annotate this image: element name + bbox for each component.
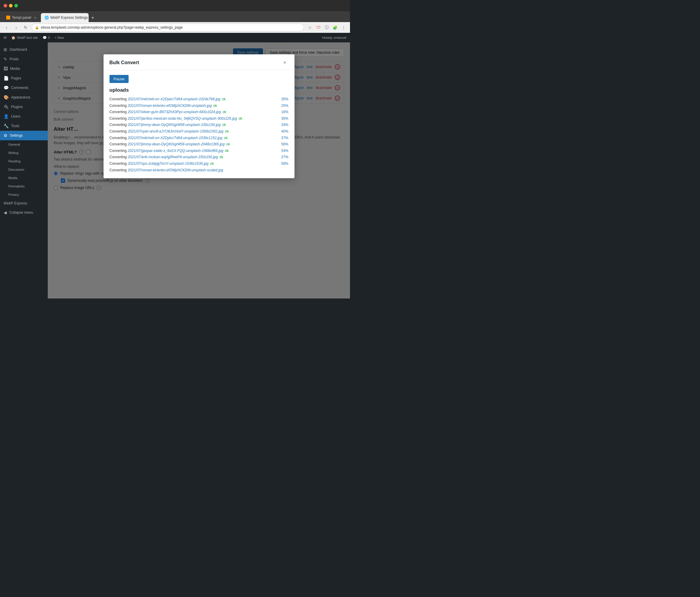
sidebar-sub-label: Media [8,176,17,180]
comment-icon: 💬 [43,36,47,40]
site-name-label: WebP test site [17,36,38,40]
modal-close-button[interactable]: × [281,59,289,66]
sidebar-item-users[interactable]: 👤 Users [0,112,48,121]
convert-row-percent: 35% [278,96,289,103]
sidebar-sub-privacy[interactable]: Privacy [0,190,48,199]
tab-favicon-2: 🌐 [45,16,49,20]
sidebar-item-plugins[interactable]: 🔌 Plugins [0,102,48,112]
settings-icon: ⚙ [4,133,7,138]
convert-row-percent: 40% [278,128,289,135]
bulk-convert-modal: Bulk Convert × Pause uploads Converting … [103,54,295,178]
sidebar-item-webp-express[interactable]: WebP Express [0,199,48,208]
convert-row: Converting 2021/07/roman-kirienko-efOMjz… [109,103,289,109]
plugins-icon: 🔌 [4,104,9,109]
sidebar-item-collapse[interactable]: ◀ Collapse menu [0,208,48,217]
sidebar-item-label: Tools [11,124,19,128]
sidebar-sub-label: Reading [8,160,21,163]
back-button[interactable]: ‹ [3,24,10,31]
traffic-lights [4,4,18,7]
new-content[interactable]: + New [55,36,64,40]
address-bar[interactable]: 🔒 elissa.templweb.com/wp-admin/options-g… [32,24,304,31]
convert-row-percent: 58% [278,161,289,167]
admin-user[interactable]: Howdy, emanuel [322,36,346,40]
tab-webp-settings[interactable]: 🌐 WebP Express Settings ‹ Web… ✕ [41,13,89,22]
convert-row-left: Converting 2021/07/ryan-ancill-aJYO8JmVo… [109,128,229,135]
sidebar-sub-discussion[interactable]: Discussion [0,165,48,174]
sidebar-item-media[interactable]: 🖼 Media [0,64,48,73]
sidebar-sub-label: Permalinks [8,185,24,188]
browser-toolbar: ‹ › ↻ 🔒 elissa.templweb.com/wp-admin/opt… [0,22,350,33]
convert-row-left: Converting 2021/07/oliver-guhr-B973ZhX0P… [109,109,226,116]
tab-label-2: WebP Express Settings ‹ Web… [50,16,89,20]
comments-icon: 💬 [4,86,9,90]
convert-row-left: Converting 2021/07/roman-kirienko-efOMjz… [109,103,217,109]
modal-overlay: Bulk Convert × Pause uploads Converting … [48,42,350,298]
reload-button[interactable]: ↻ [22,24,29,31]
sidebar-sub-reading[interactable]: Reading [0,157,48,165]
modal-body: Pause uploads Converting 2021/07/mitchel… [103,70,295,178]
convert-row-left: Converting 2021/07/mitchell-orr-X2DykcrT… [109,135,228,142]
collapse-icon: ◀ [4,210,7,215]
sidebar-sub-permalinks[interactable]: Permalinks [0,182,48,190]
wp-content: ⊞ Dashboard ✎ Posts 🖼 Media 📄 Pages 💬 Co… [0,42,350,298]
sidebar-sub-writing[interactable]: Writing [0,149,48,157]
howdy-text: Howdy, emanuel [322,36,346,40]
toolbar-icons: ☆ 🛡 ⓘ 🧩 ⋮ [306,24,347,31]
convert-row-left: Converting 2021/07/erik-mclean-wqAjjiRee… [109,154,224,161]
close-window-button[interactable] [4,4,7,7]
sidebar-item-label: Media [10,67,20,71]
info-icon[interactable]: ⓘ [323,24,330,31]
bookmark-icon[interactable]: ☆ [306,24,314,31]
menu-icon[interactable]: ⋮ [340,24,347,31]
sidebar-item-appearance[interactable]: 🎨 Appearance [0,93,48,102]
shield-icon[interactable]: 🛡 [315,24,322,31]
sidebar-item-label: Plugins [11,105,23,109]
wp-logo[interactable]: W [4,36,6,40]
site-name[interactable]: 🏠 WebP test site [11,36,38,40]
sidebar-item-settings[interactable]: ⚙ Settings [0,131,48,140]
sidebar-sub-label: Privacy [8,193,19,196]
maximize-window-button[interactable] [14,4,18,7]
sidebar-item-label: Collapse menu [9,211,33,215]
minimize-window-button[interactable] [9,4,12,7]
convert-row: Converting 2021/07/gaspar-zaldo-x_6xl1X-… [109,148,289,154]
tab-label: Templ panel [12,16,31,20]
convert-row-percent: 34% [278,122,289,128]
modal-title: Bulk Convert [109,60,139,65]
convert-row: Converting 2021/07/mitchell-orr-X2DykcrT… [109,96,289,103]
sidebar-item-pages[interactable]: 📄 Pages [0,73,48,83]
browser-chrome: 🟧 Templ panel ✕ 🌐 WebP Express Settings … [0,0,350,33]
sidebar-item-label: Settings [10,134,23,138]
extensions-icon[interactable]: 🧩 [331,24,339,31]
pause-button[interactable]: Pause [109,75,129,83]
comments-count[interactable]: 💬 0 [43,36,50,40]
sidebar-item-label: Pages [11,76,21,80]
forward-button[interactable]: › [12,24,20,31]
convert-row-left: Converting 2021/07/jimmy-dean-DyQiNSgrM5… [109,122,226,128]
new-tab-button[interactable]: + [89,14,97,22]
convert-row: Converting 2021/07/jimmy-dean-DyQiNSgrM5… [109,141,289,148]
convert-row: Converting 2021/07/roman-kirienko-efOMjz… [109,167,289,174]
media-icon: 🖼 [4,66,8,71]
convert-row: Converting 2021/07/jimmy-dean-DyQiNSgrM5… [109,122,289,128]
tab-favicon: 🟧 [6,16,10,20]
admin-bar: W 🏠 WebP test site 💬 0 + New Howdy, eman… [0,33,350,42]
sidebar-item-dashboard[interactable]: ⊞ Dashboard [0,45,48,54]
tab-close-button[interactable]: ✕ [33,16,37,20]
convert-row: Converting 2021/07/erik-mclean-wqAjjiRee… [109,154,289,161]
sidebar-sub-general[interactable]: General [0,140,48,149]
sidebar-sub-media[interactable]: Media [0,174,48,182]
convert-row-percent: 16% [278,109,289,116]
convert-row-percent: 54% [278,148,289,154]
sidebar-item-label: Posts [9,57,19,61]
wp-sidebar: ⊞ Dashboard ✎ Posts 🖼 Media 📄 Pages 💬 Co… [0,42,48,298]
posts-icon: ✎ [4,57,7,62]
sidebar-sub-label: Writing [8,151,19,154]
sidebar-item-posts[interactable]: ✎ Posts [0,54,48,64]
wp-admin: W 🏠 WebP test site 💬 0 + New Howdy, eman… [0,33,350,298]
convert-row-left: Converting 2021/07/gaspar-zaldo-x_6xl1X-… [109,148,229,154]
tab-templ-panel[interactable]: 🟧 Templ panel ✕ [2,13,41,22]
sidebar-item-tools[interactable]: 🔧 Tools [0,121,48,131]
convert-row-percent: 30% [278,116,289,122]
sidebar-item-comments[interactable]: 💬 Comments [0,83,48,93]
